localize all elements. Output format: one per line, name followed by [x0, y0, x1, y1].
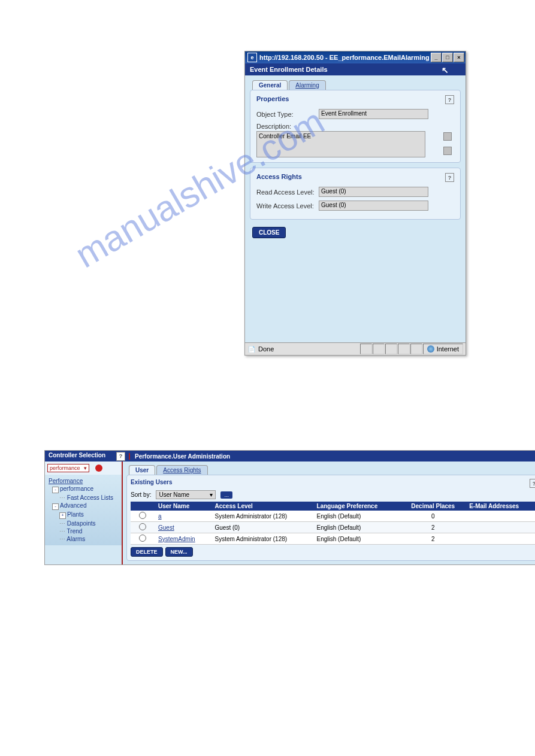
users-table: User Name Access Level Language Preferen…: [131, 502, 535, 545]
status-zone-text: Internet: [437, 345, 459, 353]
tree-toggle-icon[interactable]: -: [52, 487, 59, 493]
cell-access: Guest (0): [211, 522, 313, 533]
status-panel: [410, 344, 422, 354]
event-enrollment-dialog: e http://192.168.200.50 - EE_performance…: [244, 51, 466, 356]
cell-decimal: 2: [400, 533, 466, 545]
chevron-down-icon: ▾: [84, 465, 87, 471]
object-type-label: Object Type:: [256, 111, 319, 118]
col-email: E-Mail Addresses: [466, 502, 535, 511]
sort-by-label: Sort by:: [131, 491, 151, 498]
tab-general[interactable]: General: [252, 80, 288, 90]
status-panel: [398, 344, 410, 354]
description-label: Description:: [256, 123, 319, 130]
tree-toggle-icon[interactable]: +: [59, 512, 66, 519]
ie-icon: e: [247, 53, 257, 62]
sort-by-select[interactable]: User Name ▾: [156, 490, 216, 499]
internet-zone-icon: [427, 345, 434, 353]
col-username: User Name: [155, 502, 211, 511]
help-icon[interactable]: ?: [116, 452, 125, 461]
tree-item-label: Fast Access Lists: [67, 494, 113, 501]
write-access-field: Guest (0): [319, 201, 428, 211]
cell-lang: English (Default): [313, 533, 401, 545]
col-access: Access Level: [211, 502, 313, 511]
minimize-button[interactable]: _: [431, 53, 442, 62]
tree-item-label: Advanced: [60, 502, 86, 509]
help-icon[interactable]: ?: [445, 95, 454, 104]
cell-email: [466, 511, 535, 522]
chevron-down-icon: ▾: [210, 491, 213, 498]
existing-users-title: Existing Users: [131, 479, 172, 488]
table-row: aSystem Administrator (128)English (Defa…: [131, 511, 535, 522]
access-rights-title: Access Rights: [256, 173, 302, 182]
cell-email: [466, 533, 535, 545]
sort-by-value: User Name: [159, 491, 189, 498]
cell-lang: English (Default): [313, 522, 401, 533]
tree-item-label: Trend: [67, 528, 83, 535]
row-radio[interactable]: [139, 535, 146, 542]
admin-title: Performance.User Administration: [129, 453, 535, 460]
user-link[interactable]: SystemAdmin: [158, 536, 195, 542]
user-link[interactable]: Guest: [158, 524, 174, 531]
tab-access-rights[interactable]: Access Rights: [156, 465, 207, 475]
tree-item[interactable]: +Plants: [46, 511, 120, 520]
tree-toggle-icon[interactable]: -: [52, 503, 59, 510]
help-icon[interactable]: ?: [530, 479, 535, 488]
tree-item[interactable]: ⋯ Datapoints: [46, 520, 120, 527]
titlebar: e http://192.168.200.50 - EE_performance…: [245, 51, 466, 63]
scroll-down-icon[interactable]: [443, 147, 452, 155]
delete-button[interactable]: DELETE: [131, 547, 163, 557]
cell-access: System Administrator (128): [211, 533, 313, 545]
close-window-button[interactable]: ×: [454, 53, 464, 62]
tree-item[interactable]: ⋯ Alarms: [46, 535, 120, 543]
tree-item-label: Alarms: [67, 536, 85, 542]
cell-decimal: 0: [400, 511, 466, 522]
object-type-field: Event Enrollment: [319, 109, 428, 119]
controller-dropdown-value: performance: [50, 465, 80, 471]
help-icon[interactable]: ?: [445, 173, 454, 182]
tab-user[interactable]: User: [129, 465, 155, 475]
tree-root[interactable]: Performance: [46, 477, 120, 485]
tree: Performance -performance⋯ Fast Access Li…: [45, 475, 122, 545]
scroll-up-icon[interactable]: [443, 132, 452, 141]
tab-alarming[interactable]: Alarming: [289, 80, 325, 90]
new-button[interactable]: NEW...: [165, 547, 193, 557]
cell-access: System Administrator (128): [211, 511, 313, 522]
status-indicator-icon: [95, 464, 102, 472]
row-radio[interactable]: [139, 523, 146, 530]
col-lang: Language Preference: [313, 502, 401, 511]
tree-item[interactable]: ⋯ Fast Access Lists: [46, 494, 120, 502]
table-row: GuestGuest (0)English (Default)2: [131, 522, 535, 533]
done-icon: 📄: [247, 345, 256, 353]
dialog-header: Event Enrollment Details ↖: [245, 63, 466, 75]
table-row: SystemAdminSystem Administrator (128)Eng…: [131, 533, 535, 545]
dialog-title: Event Enrollment Details: [250, 66, 328, 73]
tree-item[interactable]: -performance: [46, 485, 120, 494]
sort-go-button[interactable]: ...: [220, 491, 232, 499]
tree-item-label: Plants: [67, 511, 84, 518]
user-admin-window: Controller Selection ? Performance.User …: [44, 450, 535, 565]
sidebar: performance ▾ Performance -performance⋯ …: [45, 462, 123, 564]
description-field[interactable]: Controller Email EE: [256, 131, 425, 157]
cell-decimal: 2: [400, 522, 466, 533]
statusbar: 📄 Done Internet: [245, 342, 466, 355]
titlebar-text: http://192.168.200.50 - EE_performance.E…: [259, 54, 431, 61]
controller-selection-title: Controller Selection: [49, 452, 105, 461]
row-radio[interactable]: [139, 512, 146, 519]
maximize-button[interactable]: □: [442, 53, 453, 62]
tree-item[interactable]: -Advanced: [46, 502, 120, 511]
cell-email: [466, 522, 535, 533]
col-decimal: Decimal Places: [400, 502, 466, 511]
status-done-text: Done: [258, 345, 274, 353]
status-panel: [360, 344, 372, 354]
tree-item-label: Datapoints: [67, 520, 96, 527]
cursor-icon: ↖: [442, 65, 449, 75]
tree-item[interactable]: ⋯ Trend: [46, 527, 120, 535]
properties-title: Properties: [256, 95, 289, 104]
cell-lang: English (Default): [313, 511, 401, 522]
tree-item-label: performance: [60, 485, 93, 492]
write-access-label: Write Access Level:: [256, 202, 319, 210]
read-access-label: Read Access Level:: [256, 189, 319, 196]
close-button[interactable]: CLOSE: [252, 227, 286, 238]
user-link[interactable]: a: [158, 513, 162, 520]
controller-dropdown[interactable]: performance ▾: [47, 464, 89, 472]
